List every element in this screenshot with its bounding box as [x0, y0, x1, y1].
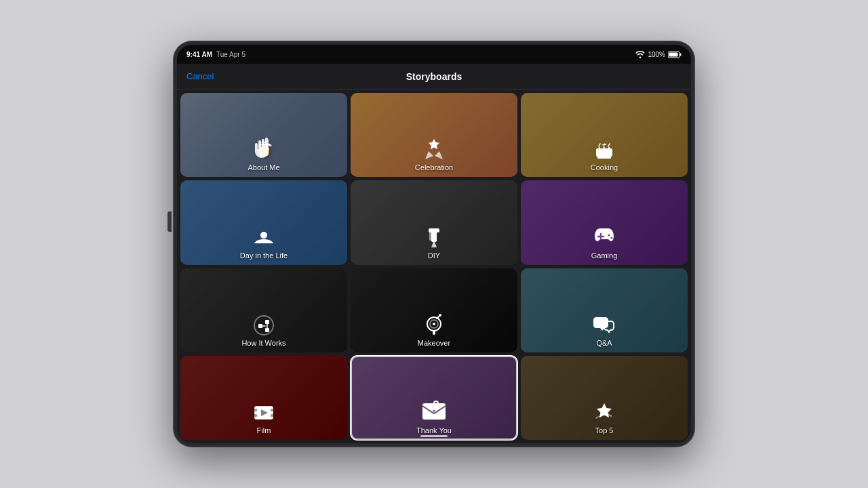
thank-you-icon — [421, 398, 447, 424]
grid-item-thank-you[interactable]: Thank You — [351, 356, 517, 440]
svg-rect-1 — [680, 53, 682, 56]
svg-rect-5 — [596, 148, 612, 157]
wifi-icon — [635, 51, 645, 58]
thank-you-label: Thank You — [416, 426, 452, 434]
cooking-icon — [592, 138, 616, 162]
svg-rect-26 — [254, 414, 257, 417]
about-me-label: About Me — [248, 163, 279, 171]
grid-item-qa[interactable]: Q&A — [521, 268, 688, 352]
day-in-life-label: Day in the Life — [240, 251, 288, 260]
svg-point-14 — [254, 316, 273, 335]
grid-item-diy[interactable]: DIY — [351, 180, 517, 264]
svg-rect-27 — [271, 409, 273, 411]
gaming-icon — [591, 223, 618, 250]
grid-item-celebration[interactable]: Celebration — [351, 93, 517, 177]
grid-item-day-in-life[interactable]: Day in the Life — [180, 180, 347, 264]
status-time: 9:41 AM — [186, 51, 212, 58]
nav-title: Storyboards — [406, 71, 462, 82]
qa-label: Q&A — [596, 339, 612, 347]
top-5-label: Top 5 — [595, 426, 614, 434]
grid-item-about-me[interactable]: 👋 About Me — [180, 93, 347, 177]
svg-point-4 — [433, 145, 435, 147]
nav-bar: Cancel Storyboards — [177, 64, 691, 89]
svg-rect-11 — [429, 231, 432, 241]
qa-icon — [592, 313, 616, 338]
status-icons: 100% — [635, 51, 682, 58]
celebration-label: Celebration — [415, 163, 453, 171]
battery-icon — [668, 51, 682, 58]
cancel-button[interactable]: Cancel — [186, 71, 214, 81]
celebration-icon — [422, 138, 446, 162]
cooking-label: Cooking — [591, 163, 618, 171]
top-5-icon — [592, 401, 616, 425]
film-icon — [252, 401, 276, 425]
svg-rect-17 — [265, 328, 269, 332]
svg-rect-25 — [254, 409, 257, 411]
svg-rect-15 — [258, 324, 262, 328]
svg-point-30 — [433, 410, 435, 412]
grid-item-gaming[interactable]: Gaming — [521, 180, 688, 264]
svg-rect-21 — [433, 331, 435, 335]
svg-rect-2 — [669, 52, 678, 56]
status-bar: 9:41 AM Tue Apr 5 100% — [177, 45, 691, 64]
makeover-icon — [422, 313, 446, 338]
status-date: Tue Apr 5 — [216, 51, 245, 58]
svg-point-13 — [611, 237, 613, 239]
how-it-works-icon — [252, 313, 276, 338]
how-it-works-label: How It Works — [241, 339, 285, 347]
battery-label: 100% — [648, 51, 665, 58]
grid-item-top-5[interactable]: Top 5 — [521, 356, 688, 440]
grid-item-film[interactable]: Film — [180, 356, 347, 440]
day-in-life-icon — [252, 226, 276, 250]
svg-point-8 — [260, 232, 267, 239]
svg-point-12 — [608, 234, 610, 236]
about-me-icon — [250, 135, 277, 162]
scroll-indicator — [420, 435, 448, 437]
svg-rect-6 — [597, 157, 611, 159]
grid-item-makeover[interactable]: Makeover — [351, 268, 517, 352]
grid-item-cooking[interactable]: Cooking — [521, 93, 688, 177]
svg-point-20 — [433, 323, 435, 325]
ipad-device: 9:41 AM Tue Apr 5 100% Cancel Storybo — [173, 41, 695, 447]
storyboards-grid: 👋 About Me Celebration — [177, 89, 691, 443]
diy-icon — [422, 226, 446, 250]
makeover-label: Makeover — [418, 339, 450, 347]
svg-rect-16 — [265, 320, 269, 324]
film-label: Film — [257, 426, 271, 434]
svg-rect-28 — [271, 414, 273, 417]
svg-rect-7 — [602, 144, 606, 145]
svg-point-22 — [439, 314, 441, 317]
ipad-screen: 9:41 AM Tue Apr 5 100% Cancel Storybo — [177, 45, 691, 443]
grid-item-how-it-works[interactable]: How It Works — [180, 268, 347, 352]
diy-label: DIY — [428, 251, 440, 260]
gaming-label: Gaming — [591, 251, 618, 260]
